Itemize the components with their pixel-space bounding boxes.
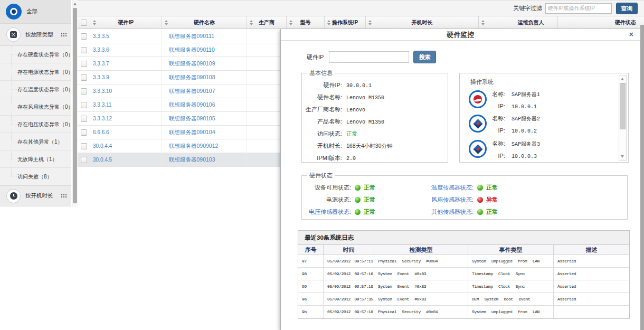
- sidebar-fault-item[interactable]: 存在其他异常（1）: [0, 133, 71, 150]
- hardware-ip-link[interactable]: 3.3.3.9: [93, 74, 109, 80]
- row-checkbox[interactable]: [78, 153, 90, 166]
- sidebar-item-label: 按开机时长: [25, 192, 53, 200]
- scroll-down-icon[interactable]: [621, 155, 624, 158]
- os-name-value: SAP服务器2: [512, 116, 540, 122]
- hardware-name-link[interactable]: 联想服务器090104: [169, 129, 215, 136]
- sort-icon[interactable]: [289, 20, 293, 25]
- hardware-ip-link[interactable]: 3.3.3.6: [93, 47, 109, 53]
- os-name-value: SAP服务器3: [512, 142, 540, 147]
- column-header-hardware-name[interactable]: 硬件名称: [162, 16, 247, 29]
- hardware-name-link[interactable]: 联想服务器090110: [169, 46, 215, 54]
- sidebar-fault-item[interactable]: 存在风扇状态异常（0）: [0, 98, 71, 116]
- sidebar-fault-item[interactable]: 存在硬盘状态异常（0）: [0, 46, 71, 63]
- hardware-ip-link[interactable]: 3.3.3.7: [93, 61, 109, 67]
- os-ip-value: 10.0.0.1: [512, 104, 537, 110]
- row-checkbox[interactable]: [78, 30, 90, 43]
- column-header-model[interactable]: 型号: [287, 16, 325, 29]
- query-button[interactable]: 查询: [616, 3, 638, 14]
- scroll-up-icon[interactable]: [621, 78, 624, 80]
- search-button[interactable]: 搜索: [413, 51, 436, 63]
- hardware-ip-link[interactable]: 30.0.4.4: [93, 143, 112, 149]
- temperature-sensor-status: 温度传感器状态: 正常: [424, 182, 547, 194]
- filter-input[interactable]: [545, 3, 612, 14]
- sidebar-scrollbar-thumb[interactable]: [73, 8, 77, 203]
- row-checkbox[interactable]: [78, 84, 90, 98]
- hardware-ip-label: 硬件IP: [307, 53, 324, 61]
- hardware-ip-link[interactable]: 3.3.3.5: [93, 33, 109, 39]
- status-dot-icon: [477, 209, 483, 215]
- column-header-ops-owner[interactable]: 运维负责人: [479, 16, 558, 29]
- status-dot-icon: [355, 209, 361, 215]
- hardware-ip-link[interactable]: 30.0.4.5: [93, 157, 112, 163]
- sort-icon[interactable]: [93, 20, 97, 25]
- log-row: 99 05/09/2012 09:57:16 System Event #0x8…: [298, 280, 629, 293]
- row-checkbox[interactable]: [78, 43, 90, 56]
- status-dot-icon: [355, 197, 361, 203]
- hardware-ip-link[interactable]: 6.6.6.6: [93, 129, 109, 135]
- hardware-status-fieldset: 硬件状态 设备可用状态: 正常 温度传感器状态: 正常 电源状态: 正常: [301, 175, 628, 220]
- hardware-name-link[interactable]: 联想服务器090111: [169, 33, 214, 40]
- row-checkbox[interactable]: [78, 126, 90, 139]
- row-checkbox[interactable]: [78, 98, 90, 111]
- sort-icon[interactable]: [327, 20, 331, 25]
- sidebar-item-all[interactable]: 全部: [0, 0, 71, 24]
- os-panel-scrollbar[interactable]: [619, 75, 627, 161]
- sidebar-item-label: 全部: [26, 8, 37, 15]
- sort-icon[interactable]: [368, 20, 372, 25]
- column-header-uptime[interactable]: 开机时长: [366, 16, 479, 29]
- os-scrollbar-thumb[interactable]: [620, 83, 626, 129]
- menu-dots-icon[interactable]: [61, 194, 67, 198]
- select-all-checkbox[interactable]: [78, 16, 90, 29]
- sidebar-fault-item[interactable]: 访问失败（8）: [0, 168, 71, 185]
- sidebar-fault-item[interactable]: 无故障主机（1）: [0, 150, 71, 168]
- status-dot-icon: [477, 197, 483, 203]
- hardware-ip-link[interactable]: 3.3.3.11: [93, 102, 111, 108]
- row-checkbox[interactable]: [78, 71, 90, 84]
- scroll-up-icon[interactable]: [73, 3, 77, 5]
- close-icon[interactable]: ×: [629, 30, 633, 39]
- column-header-hardware-status[interactable]: 硬件状态: [558, 16, 644, 29]
- hardware-name-link[interactable]: 联想服务器090103: [169, 156, 215, 164]
- sort-icon[interactable]: [165, 20, 168, 25]
- hardware-name-link[interactable]: 联想服务器090105: [169, 115, 215, 122]
- column-header-hardware-ip[interactable]: 硬件IP: [90, 16, 162, 29]
- basic-info-legend: 基本信息: [307, 69, 335, 77]
- column-header-os-ip[interactable]: 操作系统IP: [325, 16, 366, 29]
- hardware-monitor-dialog: 硬件监控 × 硬件IP 搜索 基本信息 硬件IP:30.0.0.1 硬件名称:L…: [280, 29, 640, 330]
- dialog-title: 硬件监控: [281, 29, 640, 41]
- page-scrollbar[interactable]: [640, 25, 644, 330]
- sidebar-fault-item[interactable]: 存在温度状态异常（0）: [0, 81, 71, 98]
- row-checkbox[interactable]: [78, 112, 90, 125]
- hardware-ip-link[interactable]: 3.3.3.12: [93, 116, 112, 121]
- os-entry: 名称:SAP服务器2 IP:10.0.0.2: [460, 111, 628, 136]
- hardware-name-link[interactable]: 联想服务器090107: [169, 88, 215, 95]
- log-row: 9b 05/09/2012 09:57:18 Physical Security…: [298, 306, 629, 318]
- hardware-name-link[interactable]: 联想服务器090106: [169, 101, 215, 109]
- sidebar-item-by-uptime[interactable]: 按开机时长: [0, 185, 71, 206]
- column-header-manufacturer[interactable]: 生产商: [247, 16, 287, 29]
- sort-icon[interactable]: [250, 20, 253, 25]
- other-sensor-status: 其他传感器状态: 正常: [424, 206, 547, 218]
- hardware-name-link[interactable]: 联想服务器090109: [169, 60, 215, 68]
- sidebar-item-label: 按故障类型: [25, 31, 53, 39]
- sidebar-item-by-fault-type[interactable]: 按故障类型: [0, 24, 71, 46]
- hardware-name-link[interactable]: 联想服务器090108: [169, 74, 215, 81]
- sidebar-scrollbar[interactable]: [72, 0, 78, 206]
- uptime-icon: [6, 189, 21, 203]
- hardware-ip-link[interactable]: 3.3.3.10: [93, 88, 112, 94]
- row-checkbox[interactable]: [78, 57, 90, 70]
- menu-dots-icon[interactable]: [61, 33, 67, 37]
- fault-type-icon: [6, 27, 21, 42]
- log-table-body: 97 05/09/2012 09:57:11 Physical Security…: [298, 255, 629, 318]
- sidebar-fault-item[interactable]: 存在电源状态异常（0）: [0, 63, 71, 81]
- hardware-name-value: Lenovo M1350: [346, 95, 384, 101]
- all-icon: [6, 4, 22, 20]
- fan-sensor-status: 风扇传感器状态: 异常: [424, 194, 547, 206]
- hardware-ip-input[interactable]: [329, 51, 409, 63]
- hardware-name-link[interactable]: 联想服务器0909012: [169, 143, 218, 150]
- sidebar-fault-item[interactable]: 存在电压状态异常（0）: [0, 116, 71, 133]
- row-checkbox[interactable]: [78, 139, 90, 153]
- sort-icon[interactable]: [481, 20, 485, 25]
- table-header: 硬件IP 硬件名称 生产商 型号 操作系统IP 开机时长 运维负责人 硬件状态: [78, 16, 644, 29]
- product-name-value: Lenovo M1350: [346, 119, 384, 125]
